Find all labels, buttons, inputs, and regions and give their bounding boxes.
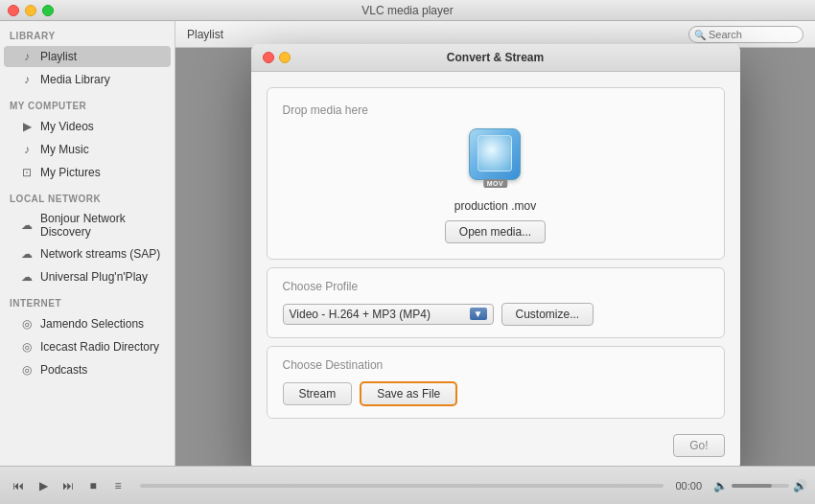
icecast-icon: ◎ (19, 339, 35, 355)
sidebar-item-media-library[interactable]: ♪ Media Library (4, 69, 171, 90)
sidebar: LIBRARY ♪ Playlist ♪ Media Library MY CO… (0, 21, 175, 466)
stop-button[interactable]: ■ (82, 477, 104, 494)
maximize-button[interactable] (42, 5, 54, 16)
bottom-bar: ⏮ ▶ ⏭ ■ ≡ 00:00 🔈 🔊 (0, 466, 815, 504)
choose-destination-label: Choose Destination (283, 358, 709, 372)
open-media-button[interactable]: Open media... (445, 220, 546, 243)
sidebar-item-label: Jamendo Selections (40, 317, 144, 331)
playlist-icon: ♪ (19, 49, 35, 64)
sidebar-section-library: LIBRARY (0, 21, 175, 45)
go-button[interactable]: Go! (673, 434, 724, 457)
progress-bar[interactable] (140, 484, 664, 488)
sidebar-item-icecast[interactable]: ◎ Icecast Radio Directory (4, 336, 171, 357)
sidebar-item-my-pictures[interactable]: ⊡ My Pictures (4, 162, 171, 183)
sidebar-item-playlist[interactable]: ♪ Playlist (4, 46, 171, 67)
profile-select[interactable]: Video - H.264 + MP3 (MP4) ▼ (283, 304, 494, 325)
stream-button[interactable]: Stream (283, 382, 353, 405)
upnp-icon: ☁ (19, 269, 35, 285)
destination-row: Stream Save as File (283, 381, 709, 406)
drop-zone-label: Drop media here (283, 103, 709, 117)
drop-zone[interactable]: Drop media here (267, 87, 725, 260)
dialog-minimize-button[interactable] (279, 52, 291, 63)
volume-wrap: 🔈 🔊 (713, 479, 807, 493)
profile-row: Video - H.264 + MP3 (MP4) ▼ Customize... (283, 303, 709, 326)
pictures-icon: ⊡ (19, 165, 35, 180)
sidebar-section-local-network: LOCAL NETWORK (0, 184, 175, 208)
next-button[interactable]: ⏭ (58, 477, 79, 494)
sidebar-item-label: Network streams (SAP) (40, 247, 160, 261)
playlist-content: Convert & Stream Drop media here (175, 48, 815, 466)
dialog-title: Convert & Stream (447, 51, 544, 64)
search-icon: 🔍 (694, 29, 706, 39)
dialog-close-button[interactable] (263, 52, 274, 63)
play-button[interactable]: ▶ (33, 477, 54, 494)
file-ext-badge: MOV (483, 179, 507, 188)
sidebar-item-label: Bonjour Network Discovery (40, 212, 163, 239)
sidebar-item-my-music[interactable]: ♪ My Music (4, 139, 171, 160)
title-bar: VLC media player (0, 0, 815, 21)
sidebar-section-my-computer: MY COMPUTER (0, 91, 175, 115)
close-button[interactable] (8, 5, 19, 16)
dialog-titlebar: Convert & Stream (251, 44, 740, 72)
time-display: 00:00 (675, 480, 702, 492)
sidebar-item-label: Media Library (40, 73, 110, 86)
video-icon: ▶ (19, 119, 35, 134)
dialog-body: Drop media here (251, 87, 740, 467)
podcasts-icon: ◎ (19, 362, 35, 378)
main-layout: LIBRARY ♪ Playlist ♪ Media Library MY CO… (0, 21, 815, 466)
volume-slider[interactable] (732, 484, 789, 488)
music-icon: ♪ (19, 142, 35, 157)
select-arrow-icon: ▼ (470, 308, 487, 320)
network-streams-icon: ☁ (19, 246, 35, 262)
jamendo-icon: ◎ (19, 316, 35, 332)
file-icon: MOV (469, 128, 523, 182)
sidebar-item-label: Icecast Radio Directory (40, 340, 159, 354)
prev-button[interactable]: ⏮ (8, 477, 29, 494)
save-as-file-button[interactable]: Save as File (360, 381, 457, 406)
choose-destination-section: Choose Destination Stream Save as File (267, 346, 725, 419)
sidebar-item-label: Universal Plug'n'Play (40, 270, 148, 284)
media-library-icon: ♪ (19, 72, 35, 87)
go-row: Go! (251, 426, 740, 467)
convert-stream-dialog: Convert & Stream Drop media here (251, 44, 740, 467)
file-name: production .mov (454, 199, 536, 213)
modal-overlay: Convert & Stream Drop media here (175, 48, 815, 466)
svg-point-0 (483, 143, 506, 166)
sidebar-item-label: My Videos (40, 120, 94, 133)
app-title: VLC media player (361, 4, 453, 17)
minimize-button[interactable] (25, 5, 36, 16)
bonjour-icon: ☁ (19, 218, 35, 233)
search-input[interactable] (688, 26, 803, 43)
sidebar-section-internet: INTERNET (0, 288, 175, 312)
file-icon-svg (480, 140, 509, 169)
content-area: Playlist 🔍 Convert & Stream (175, 21, 815, 466)
svg-marker-2 (492, 149, 501, 159)
sidebar-item-network-streams[interactable]: ☁ Network streams (SAP) (4, 243, 171, 264)
sidebar-item-label: Podcasts (40, 363, 87, 377)
sidebar-item-label: My Music (40, 143, 89, 156)
profile-select-value: Video - H.264 + MP3 (MP4) (290, 308, 466, 321)
sidebar-item-label: Playlist (40, 50, 77, 63)
volume-fill (732, 484, 772, 488)
choose-profile-section: Choose Profile Video - H.264 + MP3 (MP4)… (267, 267, 725, 338)
svg-point-1 (487, 147, 502, 162)
sidebar-item-podcasts[interactable]: ◎ Podcasts (4, 359, 171, 380)
sidebar-item-bonjour[interactable]: ☁ Bonjour Network Discovery (4, 209, 171, 241)
file-icon-wrap: MOV (469, 128, 523, 182)
choose-profile-label: Choose Profile (283, 280, 709, 293)
playlist-toggle-button[interactable]: ≡ (107, 477, 128, 494)
playlist-tab: Playlist (187, 28, 223, 41)
search-wrap: 🔍 (688, 25, 803, 43)
sidebar-item-upnp[interactable]: ☁ Universal Plug'n'Play (4, 266, 171, 287)
dialog-window-controls[interactable] (263, 52, 291, 63)
volume-max-icon: 🔊 (793, 479, 807, 493)
window-controls[interactable] (8, 5, 54, 16)
volume-icon: 🔈 (713, 479, 728, 493)
sidebar-item-my-videos[interactable]: ▶ My Videos (4, 116, 171, 137)
sidebar-item-label: My Pictures (40, 166, 101, 179)
mov-file-icon (469, 128, 521, 180)
customize-button[interactable]: Customize... (501, 303, 594, 326)
sidebar-item-jamendo[interactable]: ◎ Jamendo Selections (4, 313, 171, 334)
